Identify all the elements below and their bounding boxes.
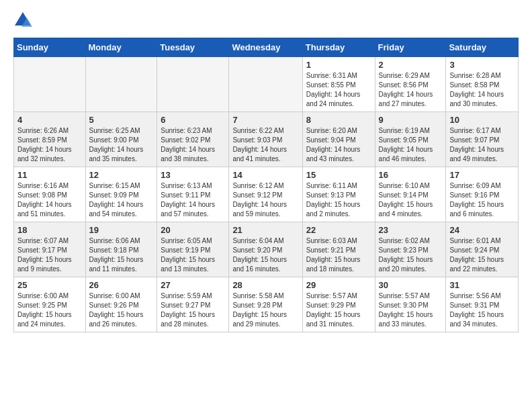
- day-number: 21: [232, 225, 298, 235]
- day-info: Sunrise: 6:12 AM Sunset: 9:12 PM Dayligh…: [232, 181, 298, 219]
- calendar-cell: 7Sunrise: 6:22 AM Sunset: 9:03 PM Daylig…: [229, 112, 302, 167]
- calendar-cell: 16Sunrise: 6:10 AM Sunset: 9:14 PM Dayli…: [375, 167, 446, 222]
- day-info: Sunrise: 5:59 AM Sunset: 9:27 PM Dayligh…: [161, 291, 225, 329]
- day-info: Sunrise: 6:28 AM Sunset: 8:58 PM Dayligh…: [449, 71, 515, 109]
- day-info: Sunrise: 6:16 AM Sunset: 9:08 PM Dayligh…: [17, 181, 82, 219]
- weekday-header-friday: Friday: [375, 38, 446, 57]
- calendar-cell: [85, 57, 157, 112]
- day-info: Sunrise: 6:23 AM Sunset: 9:02 PM Dayligh…: [161, 126, 225, 164]
- day-info: Sunrise: 6:10 AM Sunset: 9:14 PM Dayligh…: [379, 181, 443, 219]
- calendar-cell: 3Sunrise: 6:28 AM Sunset: 8:58 PM Daylig…: [446, 57, 519, 112]
- calendar-cell: 28Sunrise: 5:58 AM Sunset: 9:28 PM Dayli…: [229, 277, 302, 332]
- day-number: 30: [379, 280, 443, 290]
- day-info: Sunrise: 6:20 AM Sunset: 9:04 PM Dayligh…: [306, 126, 371, 164]
- day-info: Sunrise: 6:31 AM Sunset: 8:55 PM Dayligh…: [306, 71, 371, 109]
- weekday-header-sunday: Sunday: [14, 38, 86, 57]
- day-info: Sunrise: 5:56 AM Sunset: 9:31 PM Dayligh…: [449, 291, 515, 329]
- week-row-4: 18Sunrise: 6:07 AM Sunset: 9:17 PM Dayli…: [14, 222, 519, 277]
- calendar-cell: 29Sunrise: 5:57 AM Sunset: 9:29 PM Dayli…: [302, 277, 375, 332]
- day-info: Sunrise: 6:26 AM Sunset: 8:59 PM Dayligh…: [17, 126, 82, 164]
- calendar-cell: 15Sunrise: 6:11 AM Sunset: 9:13 PM Dayli…: [302, 167, 375, 222]
- calendar-cell: 31Sunrise: 5:56 AM Sunset: 9:31 PM Dayli…: [446, 277, 519, 332]
- day-number: 8: [306, 115, 371, 125]
- calendar-cell: 2Sunrise: 6:29 AM Sunset: 8:56 PM Daylig…: [375, 57, 446, 112]
- calendar-cell: 6Sunrise: 6:23 AM Sunset: 9:02 PM Daylig…: [157, 112, 229, 167]
- calendar-cell: [229, 57, 302, 112]
- day-number: 2: [379, 60, 443, 70]
- calendar-cell: 26Sunrise: 6:00 AM Sunset: 9:26 PM Dayli…: [85, 277, 157, 332]
- day-number: 22: [306, 225, 371, 235]
- day-number: 11: [17, 170, 82, 180]
- day-number: 9: [379, 115, 443, 125]
- calendar-cell: 17Sunrise: 6:09 AM Sunset: 9:16 PM Dayli…: [446, 167, 519, 222]
- calendar-cell: 19Sunrise: 6:06 AM Sunset: 9:18 PM Dayli…: [85, 222, 157, 277]
- day-info: Sunrise: 6:02 AM Sunset: 9:23 PM Dayligh…: [379, 236, 443, 274]
- weekday-header-monday: Monday: [85, 38, 157, 57]
- day-number: 16: [379, 170, 443, 180]
- calendar-cell: 22Sunrise: 6:03 AM Sunset: 9:21 PM Dayli…: [302, 222, 375, 277]
- weekday-header-tuesday: Tuesday: [157, 38, 229, 57]
- day-number: 28: [232, 280, 298, 290]
- day-info: Sunrise: 6:22 AM Sunset: 9:03 PM Dayligh…: [232, 126, 298, 164]
- day-number: 19: [89, 225, 154, 235]
- day-number: 13: [161, 170, 225, 180]
- day-info: Sunrise: 6:00 AM Sunset: 9:25 PM Dayligh…: [17, 291, 82, 329]
- day-number: 20: [161, 225, 225, 235]
- calendar-cell: 20Sunrise: 6:05 AM Sunset: 9:19 PM Dayli…: [157, 222, 229, 277]
- calendar-cell: 4Sunrise: 6:26 AM Sunset: 8:59 PM Daylig…: [14, 112, 86, 167]
- day-info: Sunrise: 6:11 AM Sunset: 9:13 PM Dayligh…: [306, 181, 371, 219]
- calendar-cell: 21Sunrise: 6:04 AM Sunset: 9:20 PM Dayli…: [229, 222, 302, 277]
- calendar-cell: 5Sunrise: 6:25 AM Sunset: 9:00 PM Daylig…: [85, 112, 157, 167]
- calendar-cell: 12Sunrise: 6:15 AM Sunset: 9:09 PM Dayli…: [85, 167, 157, 222]
- day-number: 1: [306, 60, 371, 70]
- weekday-header-wednesday: Wednesday: [229, 38, 302, 57]
- day-number: 27: [161, 280, 225, 290]
- day-info: Sunrise: 6:19 AM Sunset: 9:05 PM Dayligh…: [379, 126, 443, 164]
- day-info: Sunrise: 5:57 AM Sunset: 9:30 PM Dayligh…: [379, 291, 443, 329]
- weekday-header-thursday: Thursday: [302, 38, 375, 57]
- day-info: Sunrise: 6:29 AM Sunset: 8:56 PM Dayligh…: [379, 71, 443, 109]
- week-row-3: 11Sunrise: 6:16 AM Sunset: 9:08 PM Dayli…: [14, 167, 519, 222]
- week-row-1: 1Sunrise: 6:31 AM Sunset: 8:55 PM Daylig…: [14, 57, 519, 112]
- calendar-cell: 24Sunrise: 6:01 AM Sunset: 9:24 PM Dayli…: [446, 222, 519, 277]
- calendar-cell: [14, 57, 86, 112]
- day-number: 31: [449, 280, 515, 290]
- day-info: Sunrise: 6:05 AM Sunset: 9:19 PM Dayligh…: [161, 236, 225, 274]
- day-number: 7: [232, 115, 298, 125]
- calendar-cell: 9Sunrise: 6:19 AM Sunset: 9:05 PM Daylig…: [375, 112, 446, 167]
- logo-icon: [13, 11, 32, 30]
- day-number: 6: [161, 115, 225, 125]
- day-info: Sunrise: 6:03 AM Sunset: 9:21 PM Dayligh…: [306, 236, 371, 274]
- day-number: 18: [17, 225, 82, 235]
- day-number: 23: [379, 225, 443, 235]
- day-number: 12: [89, 170, 154, 180]
- day-number: 29: [306, 280, 371, 290]
- day-info: Sunrise: 6:17 AM Sunset: 9:07 PM Dayligh…: [449, 126, 515, 164]
- day-info: Sunrise: 6:00 AM Sunset: 9:26 PM Dayligh…: [89, 291, 154, 329]
- week-row-2: 4Sunrise: 6:26 AM Sunset: 8:59 PM Daylig…: [14, 112, 519, 167]
- calendar-cell: 13Sunrise: 6:13 AM Sunset: 9:11 PM Dayli…: [157, 167, 229, 222]
- day-info: Sunrise: 6:01 AM Sunset: 9:24 PM Dayligh…: [449, 236, 515, 274]
- day-info: Sunrise: 5:58 AM Sunset: 9:28 PM Dayligh…: [232, 291, 298, 329]
- calendar-cell: 25Sunrise: 6:00 AM Sunset: 9:25 PM Dayli…: [14, 277, 86, 332]
- day-number: 10: [449, 115, 515, 125]
- header: [13, 11, 519, 30]
- calendar-cell: 14Sunrise: 6:12 AM Sunset: 9:12 PM Dayli…: [229, 167, 302, 222]
- calendar-cell: [157, 57, 229, 112]
- day-info: Sunrise: 6:13 AM Sunset: 9:11 PM Dayligh…: [161, 181, 225, 219]
- day-number: 26: [89, 280, 154, 290]
- day-info: Sunrise: 6:15 AM Sunset: 9:09 PM Dayligh…: [89, 181, 154, 219]
- weekday-header-row: SundayMondayTuesdayWednesdayThursdayFrid…: [14, 38, 519, 57]
- calendar-cell: 8Sunrise: 6:20 AM Sunset: 9:04 PM Daylig…: [302, 112, 375, 167]
- day-info: Sunrise: 6:07 AM Sunset: 9:17 PM Dayligh…: [17, 236, 82, 274]
- page: SundayMondayTuesdayWednesdayThursdayFrid…: [0, 0, 532, 343]
- calendar: SundayMondayTuesdayWednesdayThursdayFrid…: [13, 38, 519, 332]
- week-row-5: 25Sunrise: 6:00 AM Sunset: 9:25 PM Dayli…: [14, 277, 519, 332]
- day-number: 14: [232, 170, 298, 180]
- day-number: 25: [17, 280, 82, 290]
- calendar-cell: 1Sunrise: 6:31 AM Sunset: 8:55 PM Daylig…: [302, 57, 375, 112]
- calendar-cell: 27Sunrise: 5:59 AM Sunset: 9:27 PM Dayli…: [157, 277, 229, 332]
- day-number: 17: [449, 170, 515, 180]
- calendar-cell: 18Sunrise: 6:07 AM Sunset: 9:17 PM Dayli…: [14, 222, 86, 277]
- day-number: 15: [306, 170, 371, 180]
